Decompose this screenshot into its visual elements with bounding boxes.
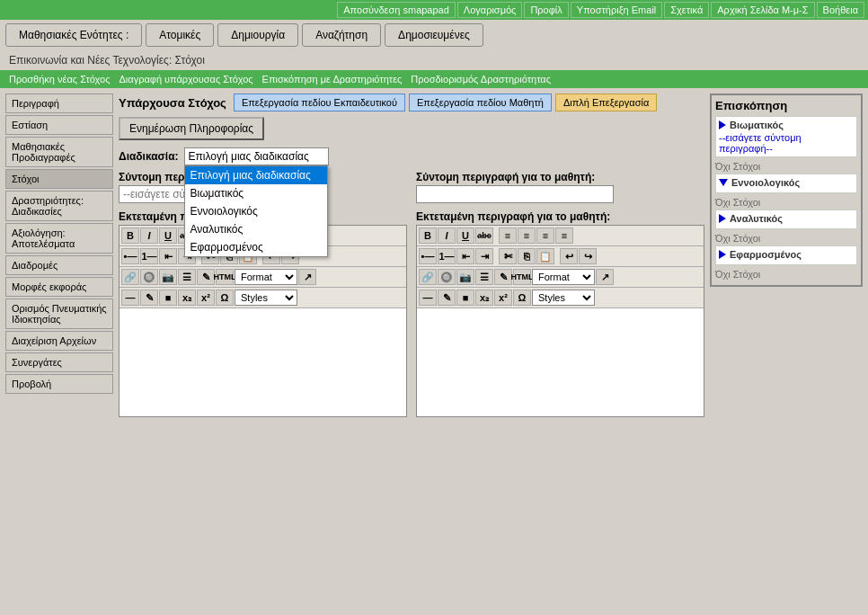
link-btn-1[interactable]: 🔗 (121, 269, 139, 285)
pencil-btn-1[interactable]: ✎ (140, 290, 158, 306)
list-ul-2[interactable]: •— (419, 248, 437, 264)
nav-help[interactable]: Βοήθεια (817, 2, 864, 18)
sidebar-item-goals[interactable]: Στόχοι (5, 169, 113, 189)
tab-double[interactable]: Διπλή Επεξεργασία (555, 94, 657, 111)
nav-individual[interactable]: Ατομικές (146, 23, 214, 47)
sidebar-item-forms[interactable]: Μορφές εκφοράς (5, 277, 113, 297)
sidebar-item-specs[interactable]: Μαθησιακές Προδιαγραφές (5, 137, 113, 167)
dropdown-item-4[interactable]: Εφαρμοσμένος (185, 238, 327, 256)
sidebar-item-evaluation[interactable]: Αξιολόγηση: Αποτελέσματα (5, 223, 113, 254)
subnav-overview[interactable]: Επισκόπηση με Δραστηριότητες (262, 74, 403, 85)
subnav-add[interactable]: Προσθήκη νέας Στόχος (9, 74, 110, 85)
preview-link-0[interactable]: --εισάγετε σύντομη περιγραφή-- (719, 132, 802, 154)
edit-btn-1[interactable]: ✎ (197, 269, 215, 285)
list-ul-1[interactable]: •— (121, 248, 139, 264)
italic-btn-1[interactable]: I (140, 227, 158, 244)
hline-btn-2[interactable]: — (419, 290, 437, 306)
nav-support[interactable]: Υποστήριξη Email (571, 2, 662, 18)
sidebar-item-routes[interactable]: Διαδρομές (5, 255, 113, 275)
list-ol-1[interactable]: 1— (140, 248, 158, 264)
grid-btn-1[interactable]: ■ (159, 290, 177, 306)
list-ol-2[interactable]: 1— (438, 248, 456, 264)
indent-out-1[interactable]: ⇤ (159, 248, 177, 264)
sidebar-item-activities[interactable]: Δραστηριότητες: Διαδικασίες (5, 191, 113, 221)
align-right-2[interactable]: ≡ (536, 227, 554, 244)
table-btn-2[interactable]: ☰ (475, 269, 493, 285)
align-justify-2[interactable]: ≡ (555, 227, 573, 244)
underline-btn-2[interactable]: U (456, 227, 474, 244)
format-select-1[interactable]: Format (235, 269, 297, 285)
sup-btn-2[interactable]: x² (494, 290, 512, 306)
image-btn-1[interactable]: 📷 (159, 269, 177, 285)
process-dropdown[interactable]: Επιλογή μιας διαδικασίας Βιωματικός Εννο… (184, 147, 329, 165)
update-button[interactable]: Ενημέρωση Πληροφορίας (119, 117, 264, 140)
html-btn-2[interactable]: HTML (513, 269, 531, 285)
nav-units[interactable]: Μαθησιακές Ενότητες : (5, 23, 142, 47)
dropdown-item-0[interactable]: Επιλογή μιας διαδικασίας (185, 166, 327, 184)
nav-published[interactable]: Δημοσιευμένες (385, 23, 483, 47)
paste-2[interactable]: 📋 (536, 248, 554, 264)
dropdown-item-1[interactable]: Βιωματικός (185, 184, 327, 202)
nav-logout[interactable]: Αποσύνδεση smapapad (337, 2, 456, 18)
dropdown-item-2[interactable]: Εννοιολογικός (185, 202, 327, 220)
undo-2[interactable]: ↩ (560, 248, 578, 264)
sidebar-item-preview[interactable]: Προβολή (5, 374, 113, 394)
nav-about[interactable]: Σχετικά (664, 2, 709, 18)
align-center-2[interactable]: ≡ (518, 227, 536, 244)
pencil-btn-2[interactable]: ✎ (438, 290, 456, 306)
redo-2[interactable]: ↪ (579, 248, 597, 264)
sidebar-item-description[interactable]: Περιγραφή (5, 94, 113, 113)
process-label: Διαδικασία: (119, 150, 179, 163)
sidebar-item-copyright[interactable]: Ορισμός Πνευματικής Ιδιοκτησίας (5, 299, 113, 329)
student-editor-area[interactable] (417, 308, 704, 416)
expand-btn-1[interactable]: ↗ (298, 269, 316, 285)
sidebar-item-focus[interactable]: Εστίαση (5, 115, 113, 135)
hline-btn-1[interactable]: — (121, 290, 139, 306)
link-btn-2[interactable]: 🔗 (419, 269, 437, 285)
indent-in-2[interactable]: ⇥ (475, 248, 493, 264)
nav-profile[interactable]: Προφίλ (524, 2, 568, 18)
italic-btn-2[interactable]: I (438, 227, 456, 244)
unlink-btn-1[interactable]: 🔘 (140, 269, 158, 285)
html-btn-1[interactable]: HTML (216, 269, 234, 285)
styles-select-1[interactable]: Styles (235, 290, 297, 306)
image-btn-2[interactable]: 📷 (456, 269, 474, 285)
expand-btn-2[interactable]: ↗ (596, 269, 614, 285)
nav-search[interactable]: Αναζήτηση (302, 23, 381, 47)
arrow-right-icon-0 (719, 120, 726, 129)
bold-btn-1[interactable]: B (121, 227, 139, 244)
preview-arrow-0: Βιωματικός (719, 120, 854, 130)
sup-btn-1[interactable]: x² (197, 290, 215, 306)
omega-btn-1[interactable]: Ω (216, 290, 234, 306)
unlink-btn-2[interactable]: 🔘 (438, 269, 456, 285)
format-select-2[interactable]: Format (532, 269, 595, 285)
sidebar-item-files[interactable]: Διαχείριση Αρχείων (5, 331, 113, 351)
dropdown-item-3[interactable]: Αναλυτικός (185, 220, 327, 238)
edit-btn-2[interactable]: ✎ (494, 269, 512, 285)
preview-no-0: Όχι Στόχοι (715, 161, 857, 172)
sidebar-item-partners[interactable]: Συνεργάτες (5, 352, 113, 372)
sub-btn-2[interactable]: x₂ (475, 290, 493, 306)
tab-student[interactable]: Επεξεργασία πεδίου Μαθητή (409, 94, 552, 111)
omega-btn-2[interactable]: Ω (513, 290, 531, 306)
styles-select-2[interactable]: Styles (532, 290, 595, 306)
align-left-2[interactable]: ≡ (499, 227, 517, 244)
underline-btn-1[interactable]: U (159, 227, 177, 244)
strike-btn-2[interactable]: abc (475, 227, 493, 244)
preview-label-1: Εννοιολογικός (731, 177, 800, 188)
table-btn-1[interactable]: ☰ (178, 269, 196, 285)
nav-create[interactable]: Δημιουργία (217, 23, 298, 47)
sub-btn-1[interactable]: x₂ (178, 290, 196, 306)
cut-2[interactable]: ✄ (499, 248, 517, 264)
educator-editor-area[interactable] (120, 308, 406, 416)
nav-account[interactable]: Λογαρισμός (457, 2, 523, 18)
tab-educator[interactable]: Επεξεργασία πεδίου Εκπαιδευτικού (234, 94, 405, 111)
copy-2[interactable]: ⎘ (518, 248, 536, 264)
bold-btn-2[interactable]: B (419, 227, 437, 244)
grid-btn-2[interactable]: ■ (456, 290, 474, 306)
indent-out-2[interactable]: ⇤ (456, 248, 474, 264)
subnav-define[interactable]: Προσδιορισμός Δραστηριότητας (411, 74, 551, 85)
short-desc-student-input[interactable] (416, 185, 614, 203)
nav-home[interactable]: Αρχική Σελίδα Μ-μ-Σ (711, 2, 814, 18)
subnav-delete[interactable]: Διαγραφή υπάρχουσας Στόχος (119, 74, 252, 85)
